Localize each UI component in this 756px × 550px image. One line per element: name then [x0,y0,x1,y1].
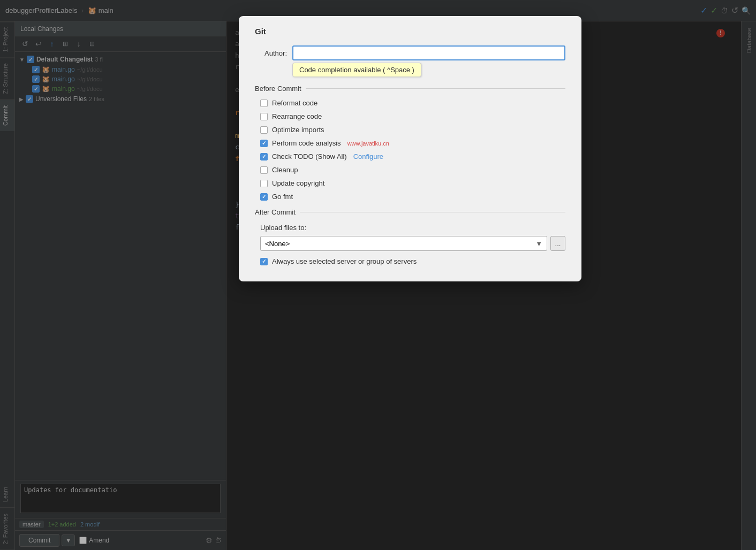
app-container: debuggerProfilerLabels › 🐹 main ✓ ✓ ⏱ ↺ … [0,0,756,550]
after-commit-label: After Commit [255,208,296,216]
option-analysis: Perform code analysis www.javatiku.cn [255,139,565,147]
gofmt-label: Go fmt [272,193,293,201]
reformat-checkbox[interactable] [260,100,268,107]
upload-row: <None> ▼ ... [255,236,565,251]
optimize-checkbox[interactable] [260,126,268,134]
after-commit-line [300,212,565,212]
option-copyright: Update copyright [255,179,565,187]
analysis-label: Perform code analysis [272,139,341,147]
todo-checkbox[interactable] [260,153,268,161]
dialog-title: Git [255,27,565,36]
after-commit-header: After Commit [255,208,565,216]
option-rearrange: Rearrange code [255,112,565,120]
analysis-checkbox[interactable] [260,140,268,147]
todo-label: Check TODO (Show All) [272,152,347,161]
watermark-text: www.javatiku.cn [347,140,389,147]
always-use-label: Always use selected server or group of s… [272,257,417,265]
cleanup-checkbox[interactable] [260,166,268,174]
option-cleanup: Cleanup [255,166,565,174]
gofmt-checkbox[interactable] [260,193,268,201]
upload-label: Upload files to: [260,224,306,232]
upload-select-value: <None> [265,240,290,248]
cleanup-label: Cleanup [272,166,298,174]
before-commit-line [306,88,565,89]
option-optimize: Optimize imports [255,126,565,134]
configure-link[interactable]: Configure [353,152,383,161]
git-dialog: Git Author: Code completion available ( … [239,16,581,281]
before-commit-header: Before Commit [255,85,565,93]
optimize-label: Optimize imports [272,126,324,134]
upload-label-area: Upload files to: [255,224,565,232]
rearrange-checkbox[interactable] [260,113,268,120]
dialog-overlay: Git Author: Code completion available ( … [0,0,756,550]
author-row: Author: [255,45,565,60]
options-list: Reformat code Rearrange code Optimize im… [255,99,565,201]
upload-more-btn[interactable]: ... [550,236,565,251]
upload-select[interactable]: <None> ▼ [260,236,547,251]
author-label: Author: [255,49,287,57]
author-input[interactable] [292,45,565,60]
option-reformat: Reformat code [255,99,565,107]
upload-select-arrow-icon: ▼ [535,240,542,248]
rearrange-label: Rearrange code [272,112,322,120]
before-commit-label: Before Commit [255,85,301,93]
copyright-checkbox[interactable] [260,180,268,187]
option-gofmt: Go fmt [255,193,565,201]
tooltip: Code completion available ( ^Space ) [292,63,421,77]
tooltip-area: Code completion available ( ^Space ) [292,63,565,77]
option-todo: Check TODO (Show All) Configure [255,152,565,161]
reformat-label: Reformat code [272,99,317,107]
always-use-row: Always use selected server or group of s… [255,257,565,265]
copyright-label: Update copyright [272,179,324,187]
always-use-checkbox[interactable] [260,258,268,265]
